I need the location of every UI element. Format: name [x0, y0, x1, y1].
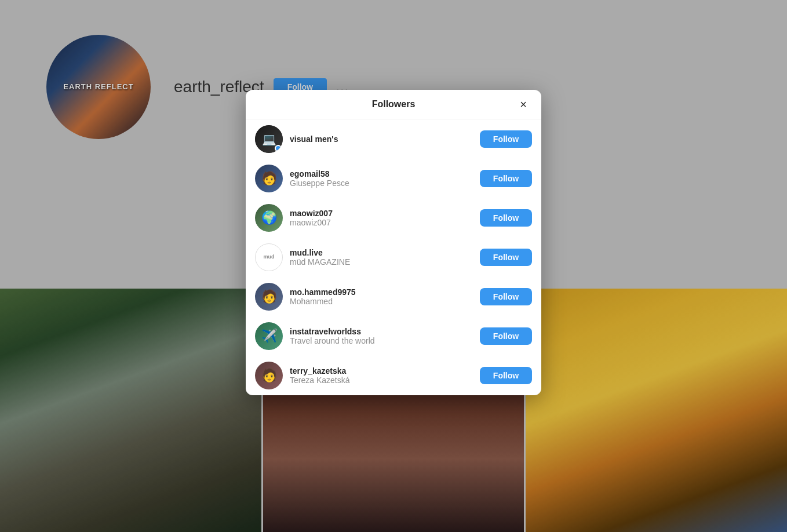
- avatar: mud: [255, 243, 283, 271]
- follower-username: egomail58: [290, 169, 473, 178]
- follower-username: mud.live: [290, 248, 473, 257]
- follow-button[interactable]: Follow: [480, 367, 532, 384]
- modal-header: Followers ×: [246, 90, 541, 119]
- follow-button[interactable]: Follow: [480, 130, 532, 148]
- follower-info: maowiz007 maowiz007: [290, 209, 473, 227]
- follow-button[interactable]: Follow: [480, 288, 532, 305]
- follower-info: mud.live müd MAGAZINE: [290, 248, 473, 267]
- follower-info: egomail58 Giuseppe Pesce: [290, 169, 473, 188]
- avatar: ✈️: [255, 322, 283, 350]
- follower-info: visual men's: [290, 134, 473, 144]
- follower-username: mo.hammed9975: [290, 287, 473, 297]
- follower-username: terry_kazetska: [290, 366, 473, 376]
- modal-close-button[interactable]: ×: [515, 96, 532, 113]
- list-item: ✈️ instatravelworldss Travel around the …: [246, 316, 541, 356]
- follow-button[interactable]: Follow: [480, 249, 532, 266]
- follower-username: maowiz007: [290, 209, 473, 218]
- list-item: 🧑 mo.hammed9975 Mohammed Follow: [246, 277, 541, 316]
- follower-username: instatravelworldss: [290, 327, 473, 336]
- follower-display-name: Giuseppe Pesce: [290, 178, 473, 188]
- notification-dot: [275, 145, 282, 152]
- avatar: 🧑: [255, 165, 283, 192]
- list-item: 🧑 egomail58 Giuseppe Pesce Follow: [246, 159, 541, 198]
- list-item: 🌍 maowiz007 maowiz007 Follow: [246, 198, 541, 238]
- follower-username: visual men's: [290, 134, 473, 144]
- list-item: 💻 visual men's Follow: [246, 119, 541, 159]
- follower-info: instatravelworldss Travel around the wor…: [290, 327, 473, 345]
- follower-display-name: maowiz007: [290, 218, 473, 227]
- follower-info: terry_kazetska Tereza Kazetská: [290, 366, 473, 385]
- modal-title: Followers: [372, 99, 416, 110]
- follow-button[interactable]: Follow: [480, 209, 532, 227]
- avatar: 💻: [255, 125, 283, 153]
- followers-list: 💻 visual men's Follow 🧑 egomail58 Giusep…: [246, 119, 541, 395]
- follower-display-name: Mohammed: [290, 297, 473, 306]
- follow-button[interactable]: Follow: [480, 170, 532, 187]
- list-item: 🧑 terry_kazetska Tereza Kazetská Follow: [246, 356, 541, 395]
- follow-button[interactable]: Follow: [480, 327, 532, 345]
- follower-display-name: Tereza Kazetská: [290, 376, 473, 385]
- avatar: 🧑: [255, 362, 283, 389]
- followers-modal: Followers × 💻 visual men's Follow 🧑 egom…: [246, 90, 541, 395]
- follower-display-name: Travel around the world: [290, 336, 473, 345]
- list-item: mud mud.live müd MAGAZINE Follow: [246, 238, 541, 277]
- avatar: 🌍: [255, 204, 283, 232]
- follower-display-name: müd MAGAZINE: [290, 257, 473, 267]
- follower-info: mo.hammed9975 Mohammed: [290, 287, 473, 306]
- avatar: 🧑: [255, 283, 283, 311]
